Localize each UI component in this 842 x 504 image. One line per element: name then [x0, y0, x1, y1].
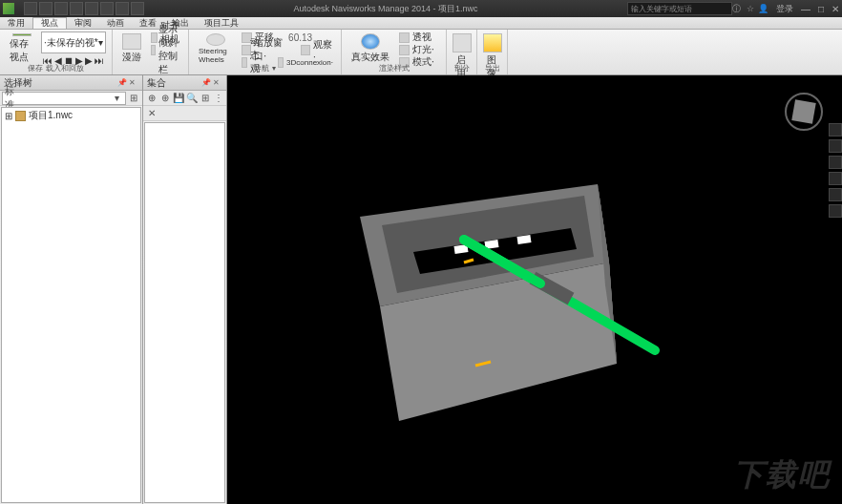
show-tilt-label: 显示倾斜控制栏: [158, 23, 180, 76]
nav-tool[interactable]: [829, 156, 842, 169]
ribbon-group-label: 导航 ▾: [189, 63, 341, 74]
tree-mode-dropdown[interactable]: 标准▾: [2, 92, 126, 105]
tab-item-tools[interactable]: 项目工具: [197, 17, 246, 29]
chevron-down-icon: ▾: [98, 37, 103, 48]
tab-viewpoint[interactable]: 视点: [32, 17, 67, 29]
perspective-icon: [399, 32, 410, 43]
chevron-down-icon: ▾: [110, 92, 123, 105]
tree-item-label: 项目1.nwc: [29, 109, 73, 122]
lighting-label: 灯光·: [412, 43, 434, 56]
help-icons: ⓘ ☆ 👤: [732, 4, 768, 13]
qat-button[interactable]: [116, 2, 129, 15]
toolbar-button[interactable]: ⊕: [145, 92, 158, 105]
toolbar-button[interactable]: ⊞: [127, 92, 140, 105]
workspace: 选择树 📌✕ 标准▾ ⊞ ⊞ 项目1.nwc 集合 📌✕ ⊕ ⊕ 💾 🔍 ⊞ ⋮: [0, 75, 842, 504]
ribbon-group-label: 剖分: [447, 63, 476, 74]
close-icon[interactable]: ✕: [129, 78, 138, 88]
toolbar-button[interactable]: ✕: [145, 107, 158, 120]
tilt-icon: [151, 45, 156, 55]
quick-access-toolbar: [24, 2, 144, 15]
tab-animation[interactable]: 动画: [99, 17, 132, 29]
sets-body[interactable]: [144, 122, 225, 503]
ribbon-group-render: 真实效果 透视 灯光· 模式· 渲染样式: [342, 30, 447, 74]
maximize-button[interactable]: □: [818, 4, 824, 14]
ribbon-group-save: 保存视点 ·未保存的视*▾ ⏮ ◀ ⏹ ▶ ▶ ⏭ 保存 载入和回放: [0, 30, 113, 74]
tree-mode-value: 标准: [5, 92, 18, 105]
close-icon[interactable]: ✕: [213, 78, 222, 88]
nav-tool[interactable]: [829, 139, 842, 153]
qat-button[interactable]: [39, 2, 53, 15]
info-icon[interactable]: ⓘ: [732, 4, 742, 13]
light-icon: [399, 45, 410, 55]
nav-bar: [829, 123, 842, 218]
qat-button[interactable]: [100, 2, 114, 15]
user-icon[interactable]: 👤: [759, 4, 768, 13]
fov-value: 60.13: [288, 32, 312, 43]
ribbon-group-camera: 漫游 对齐相机· 显示倾斜控制栏: [113, 30, 189, 74]
toolbar-button[interactable]: ⋮: [212, 92, 224, 105]
viewpoint-dropdown[interactable]: ·未保存的视*▾: [41, 32, 106, 53]
wheel-icon: [206, 33, 225, 46]
window-controls: — □ ✕: [801, 4, 839, 14]
panel-header[interactable]: 选择树 📌✕: [0, 75, 142, 91]
title-bar: Autodesk Navisworks Manage 2014 - 项目1.nw…: [0, 0, 842, 17]
login-label[interactable]: 登录: [776, 3, 793, 15]
ribbon: 保存视点 ·未保存的视*▾ ⏮ ◀ ⏹ ▶ ▶ ⏭ 保存 载入和回放 漫游: [0, 30, 842, 75]
pin-icon[interactable]: 📌: [201, 78, 211, 88]
panel-title: 集合: [147, 76, 166, 90]
pin-icon[interactable]: 📌: [117, 78, 127, 88]
nav-tool[interactable]: [829, 204, 842, 218]
perspective-button[interactable]: 透视: [397, 32, 436, 43]
viewpoint-dropdown-value: ·未保存的视*: [44, 36, 98, 50]
toolbar-button[interactable]: 💾: [172, 92, 184, 105]
save-viewpoint-button[interactable]: 保存视点: [6, 32, 37, 66]
qat-button[interactable]: [24, 2, 37, 15]
qat-button[interactable]: [85, 2, 98, 15]
tab-home[interactable]: 常用: [0, 17, 32, 29]
nav-tool[interactable]: [829, 172, 842, 185]
section-icon: [453, 33, 472, 52]
tree-item[interactable]: ⊞ 项目1.nwc: [2, 108, 140, 123]
panel-toolbar: ⊕ ⊕ 💾 🔍 ⊞ ⋮: [143, 91, 226, 106]
qat-button[interactable]: [70, 2, 83, 15]
lighting-button[interactable]: 灯光·: [397, 44, 436, 55]
nav-tool[interactable]: [829, 188, 842, 201]
app-icon: [3, 3, 14, 14]
panel-header[interactable]: 集合 📌✕: [143, 75, 226, 91]
ribbon-group-label: 保存 载入和回放: [0, 63, 112, 74]
star-icon[interactable]: ☆: [746, 4, 755, 13]
3d-scene: [227, 75, 842, 504]
toolbar-button[interactable]: 🔍: [185, 92, 198, 105]
nav-tool[interactable]: [829, 123, 842, 136]
steering-wheels-button[interactable]: Steering Wheels: [195, 32, 236, 66]
toolbar-button[interactable]: ⊞: [199, 92, 211, 105]
panel-toolbar: 标准▾ ⊞: [0, 91, 142, 106]
ribbon-group-label: 渲染样式: [342, 63, 446, 74]
walk-button[interactable]: 漫游: [118, 32, 145, 66]
tree-body[interactable]: ⊞ 项目1.nwc: [1, 107, 141, 503]
expand-icon[interactable]: ⊞: [5, 111, 12, 121]
qat-button[interactable]: [54, 2, 68, 15]
close-button[interactable]: ✕: [831, 4, 839, 14]
3d-viewport[interactable]: 下载吧: [227, 75, 842, 504]
sets-panel: 集合 📌✕ ⊕ ⊕ 💾 🔍 ⊞ ⋮ ✕: [143, 75, 227, 504]
panel-toolbar-2: ✕: [143, 106, 226, 121]
perspective-label: 透视: [412, 31, 432, 44]
steering-wheels-label: Steering Wheels: [199, 47, 232, 64]
image-icon: [483, 33, 502, 52]
show-tilt-button[interactable]: 显示倾斜控制栏: [149, 44, 182, 55]
model-icon: [15, 111, 26, 121]
ribbon-group-section: 启用 剖分: [447, 30, 477, 74]
qat-button[interactable]: [131, 2, 144, 15]
search-box[interactable]: 输入关键字或短语: [627, 2, 732, 15]
ribbon-tabs: 常用 视点 审阅 动画 查看 输出 项目工具: [0, 17, 842, 30]
ribbon-group-label: 导出: [477, 63, 507, 74]
camera-icon: [12, 33, 32, 36]
minimize-button[interactable]: —: [801, 4, 810, 14]
ribbon-group-navigate: Steering Wheels 平移60.13 缩放窗口·观察· 动态观察·3D…: [189, 30, 342, 74]
view-cube[interactable]: [785, 93, 823, 131]
watermark: 下载吧: [733, 454, 831, 496]
realistic-button[interactable]: 真实效果: [347, 32, 393, 66]
toolbar-button[interactable]: ⊕: [158, 92, 171, 105]
tab-review[interactable]: 审阅: [67, 17, 99, 29]
